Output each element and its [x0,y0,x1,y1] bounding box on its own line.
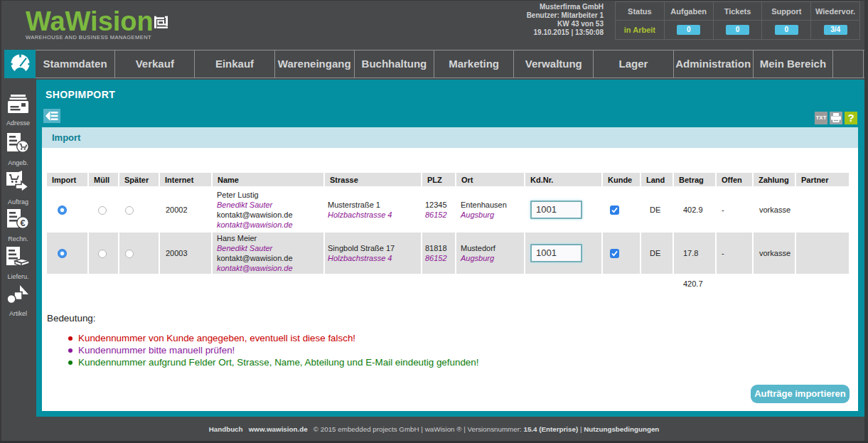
svg-text:€: € [20,218,25,228]
